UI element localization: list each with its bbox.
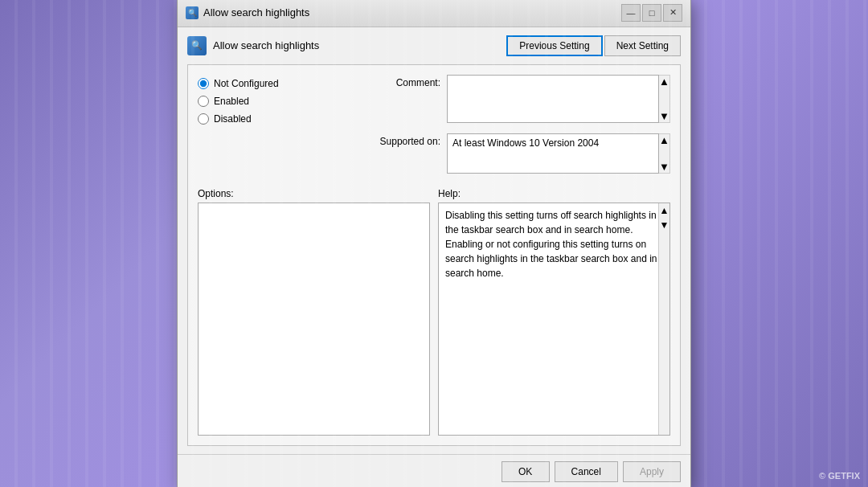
comment-wrapper: ▲ ▼ xyxy=(447,75,670,125)
radio-disabled[interactable]: Disabled xyxy=(198,113,358,125)
comment-scrollbar: ▲ ▼ xyxy=(659,75,670,123)
help-box: Disabling this setting turns off search … xyxy=(438,203,670,436)
title-bar: 🔍 Allow search highlights — □ ✕ xyxy=(178,0,690,27)
comment-textarea[interactable] xyxy=(447,75,659,123)
close-button[interactable]: ✕ xyxy=(663,4,682,22)
next-setting-button[interactable]: Next Setting xyxy=(604,35,681,56)
radio-not-configured-input[interactable] xyxy=(198,78,209,89)
radio-not-configured-label: Not Configured xyxy=(214,78,279,89)
content-area: Not Configured Enabled Disabled xyxy=(187,64,681,446)
options-box xyxy=(198,203,430,436)
nav-buttons: Previous Setting Next Setting xyxy=(506,35,681,56)
supported-label: Supported on: xyxy=(368,133,440,147)
options-label: Options: xyxy=(198,188,430,199)
options-panel: Options: xyxy=(198,188,430,436)
supported-scrollbar: ▲ ▼ xyxy=(659,133,670,174)
help-label: Help: xyxy=(438,188,670,199)
radio-enabled[interactable]: Enabled xyxy=(198,96,358,107)
title-controls: — □ ✕ xyxy=(621,4,682,22)
supported-value: At least Windows 10 Version 2004 xyxy=(447,133,659,174)
ok-button[interactable]: OK xyxy=(502,461,550,482)
radio-disabled-input[interactable] xyxy=(198,113,209,125)
top-section: Not Configured Enabled Disabled xyxy=(198,75,670,182)
apply-button[interactable]: Apply xyxy=(623,461,681,482)
comment-row: Comment: ▲ ▼ xyxy=(368,75,670,125)
watermark: © GETFIX xyxy=(819,471,860,481)
previous-setting-button[interactable]: Previous Setting xyxy=(506,35,602,56)
supported-wrapper: At least Windows 10 Version 2004 ▲ ▼ xyxy=(447,133,670,174)
help-panel: Help: Disabling this setting turns off s… xyxy=(438,188,670,436)
help-scroll-up: ▲ xyxy=(660,203,669,218)
scroll-down-arrow2: ▼ xyxy=(659,161,669,173)
right-fields-panel: Comment: ▲ ▼ Supported on: xyxy=(368,75,670,182)
setting-icon: 🔍 xyxy=(187,36,207,55)
supported-row: Supported on: At least Windows 10 Versio… xyxy=(368,133,670,174)
options-help-row: Options: Help: Disabling this setting tu… xyxy=(198,188,670,436)
radio-group: Not Configured Enabled Disabled xyxy=(198,78,358,125)
minimize-button[interactable]: — xyxy=(621,4,641,22)
setting-title: Allow search highlights xyxy=(213,39,319,51)
help-scroll-down: ▼ xyxy=(660,218,669,232)
comment-label: Comment: xyxy=(368,75,440,88)
radio-disabled-label: Disabled xyxy=(214,113,252,125)
main-dialog: 🔍 Allow search highlights — □ ✕ 🔍 Allow … xyxy=(177,0,691,487)
maximize-button[interactable]: □ xyxy=(642,4,661,22)
header-row: 🔍 Allow search highlights Previous Setti… xyxy=(187,35,681,56)
radio-enabled-input[interactable] xyxy=(198,96,209,107)
dialog-body: 🔍 Allow search highlights Previous Setti… xyxy=(178,27,690,454)
footer: OK Cancel Apply xyxy=(178,454,690,488)
radio-enabled-label: Enabled xyxy=(214,96,249,107)
scroll-down-arrow: ▼ xyxy=(659,110,669,122)
help-text: Disabling this setting turns off search … xyxy=(445,210,657,279)
header-left: 🔍 Allow search highlights xyxy=(187,36,319,55)
help-scrollbar: ▲ ▼ xyxy=(658,203,669,435)
scroll-up-arrow2: ▲ xyxy=(659,134,669,146)
title-bar-left: 🔍 Allow search highlights xyxy=(186,6,309,19)
window-title: Allow search highlights xyxy=(203,6,309,18)
cancel-button[interactable]: Cancel xyxy=(555,461,618,482)
scroll-up-arrow: ▲ xyxy=(659,76,669,88)
radio-not-configured[interactable]: Not Configured xyxy=(198,78,358,89)
window-icon: 🔍 xyxy=(186,6,199,19)
radio-panel: Not Configured Enabled Disabled xyxy=(198,75,358,182)
